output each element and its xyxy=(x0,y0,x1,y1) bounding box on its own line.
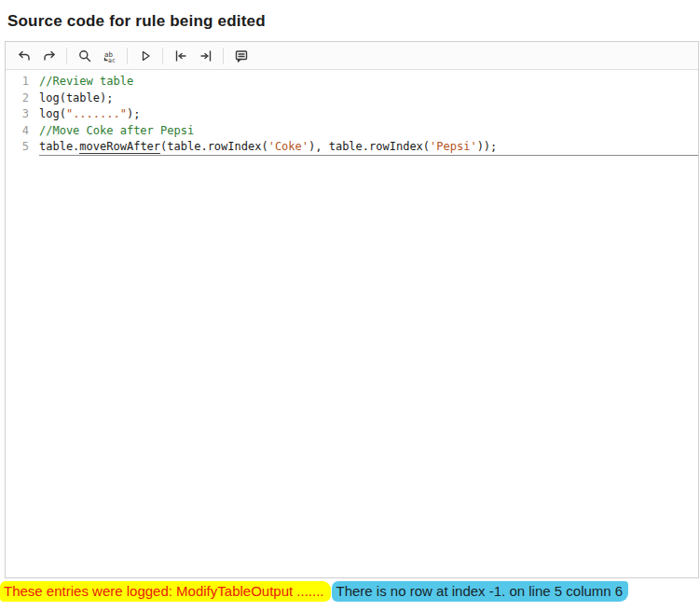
code-line[interactable]: 5table.moveRowAfter(table.rowIndex('Coke… xyxy=(6,139,698,156)
toolbar-separator xyxy=(66,48,67,64)
indent-button[interactable] xyxy=(193,45,218,67)
comment-button[interactable] xyxy=(228,45,254,67)
toolbar-separator xyxy=(127,48,128,64)
code-token-string: "......." xyxy=(66,107,127,120)
code-line[interactable]: 3log("......."); xyxy=(6,106,698,123)
code-token-plain: (table.rowIndex( xyxy=(160,140,268,153)
code-token-plain: ), table.rowIndex( xyxy=(309,140,430,153)
code-area[interactable]: 1//Review table2log(table);3log(".......… xyxy=(6,70,698,577)
line-number: 3 xyxy=(6,106,39,123)
line-number: 2 xyxy=(6,90,39,107)
line-number: 1 xyxy=(6,74,39,90)
status-row: These entries were logged: ModifyTableOu… xyxy=(0,582,700,601)
redo-icon xyxy=(42,49,57,63)
toolbar-separator xyxy=(223,48,224,64)
line-content[interactable]: //Review table xyxy=(39,74,698,90)
indent-icon xyxy=(199,49,213,63)
code-line[interactable]: 4//Move Coke after Pepsi xyxy=(6,123,698,140)
code-editor: abac 1//Review table2log(table);3log("..… xyxy=(5,41,699,578)
search-icon xyxy=(77,49,92,63)
find-replace-button[interactable]: abac xyxy=(97,45,122,67)
code-token-plain: log( xyxy=(39,107,66,120)
code-token-string: 'Coke' xyxy=(268,140,309,153)
run-button[interactable] xyxy=(132,45,158,67)
page: Source code for rule being edited abac 1… xyxy=(0,0,700,578)
line-content[interactable]: log("......."); xyxy=(39,106,698,123)
code-token-string: 'Pepsi' xyxy=(430,140,477,153)
log-status-text: These entries were logged: ModifyTableOu… xyxy=(0,581,331,602)
code-line[interactable]: 2log(table); xyxy=(6,90,698,107)
outdent-button[interactable] xyxy=(168,45,193,67)
code-line[interactable]: 1//Review table xyxy=(6,74,698,90)
code-token-comment: //Move Coke after Pepsi xyxy=(39,124,194,137)
svg-text:ac: ac xyxy=(108,56,116,63)
code-token-plain: )); xyxy=(477,140,498,153)
toolbar-separator xyxy=(162,48,163,64)
find-replace-icon: abac xyxy=(103,49,117,63)
outdent-icon xyxy=(173,49,188,63)
code-token-plain: table. xyxy=(39,140,79,153)
comment-icon xyxy=(234,49,249,63)
undo-button[interactable] xyxy=(11,45,36,67)
code-token-error: moveRowAfter xyxy=(79,140,160,154)
page-title: Source code for rule being edited xyxy=(0,0,700,41)
search-button[interactable] xyxy=(72,45,97,67)
line-content[interactable]: log(table); xyxy=(39,90,698,107)
line-content[interactable]: table.moveRowAfter(table.rowIndex('Coke'… xyxy=(39,139,698,156)
undo-icon xyxy=(17,49,32,63)
line-content[interactable]: //Move Coke after Pepsi xyxy=(39,123,698,140)
line-number: 5 xyxy=(6,139,39,156)
editor-toolbar: abac xyxy=(6,42,698,70)
code-token-comment: //Review table xyxy=(39,75,133,88)
code-token-plain: log(table); xyxy=(39,91,113,104)
run-icon xyxy=(138,49,153,63)
code-token-plain: ); xyxy=(127,107,140,120)
redo-button[interactable] xyxy=(36,45,62,67)
line-number: 4 xyxy=(6,123,39,140)
error-status-text: There is no row at index -1. on line 5 c… xyxy=(332,581,629,602)
